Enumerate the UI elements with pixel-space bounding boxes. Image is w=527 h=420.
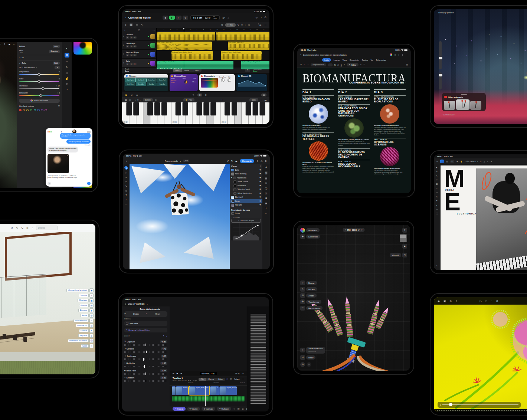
layer-row[interactable]: Edits	[230, 168, 262, 172]
inspect-button[interactable]: Inspect	[173, 407, 186, 411]
export-icon[interactable]	[256, 160, 258, 162]
modeling-button[interactable]: Modelado	[306, 228, 320, 232]
shadows-icon[interactable]	[89, 293, 94, 298]
orbit-icon[interactable]	[307, 362, 311, 367]
style-icon[interactable]	[491, 161, 492, 163]
back-icon[interactable]	[300, 53, 301, 56]
animation-frame[interactable]	[444, 101, 455, 110]
curves-section[interactable]: CURVAS	[233, 216, 240, 218]
shadows-value[interactable]: 15.31	[160, 376, 167, 379]
preset-cell[interactable]: Minimal Arp	[136, 82, 146, 86]
select-tool-icon[interactable]	[456, 160, 459, 163]
doc-title[interactable]: Conferencia sobre innovación en biomanuf…	[303, 54, 346, 56]
transform-icon[interactable]	[484, 161, 485, 163]
layers-icon[interactable]	[450, 300, 452, 302]
flipbook-panel[interactable]: Libro animado	[442, 93, 486, 111]
pencil-icon[interactable]	[193, 94, 194, 96]
color-wheel-icon[interactable]	[390, 53, 392, 56]
delete-icon[interactable]	[436, 265, 438, 267]
brush-tool-icon[interactable]	[125, 185, 127, 187]
redo-icon[interactable]	[231, 160, 233, 162]
wb-value[interactable]: Como se tomó	[23, 66, 35, 69]
search-button[interactable]: Buscar	[306, 281, 317, 285]
divide-icon[interactable]	[245, 24, 246, 26]
browse-button[interactable]: Examinar	[49, 50, 60, 53]
tags-icon[interactable]	[89, 308, 94, 312]
home-icon[interactable]	[345, 229, 346, 231]
disable-button[interactable]: Disable	[124, 311, 146, 317]
timeline-clip[interactable]: Skyline_Blue_Wide	[176, 386, 188, 395]
visibility-icon[interactable]	[259, 173, 261, 175]
decay-knob[interactable]	[221, 78, 225, 82]
settings-icon[interactable]	[496, 300, 498, 302]
tab-clip[interactable]: Clip	[199, 378, 206, 381]
plugin-power-icon[interactable]	[171, 75, 173, 77]
tools-button[interactable]: Herramientas	[306, 306, 323, 310]
search-icon[interactable]	[398, 54, 399, 56]
mobile-view-icon[interactable]	[395, 54, 396, 56]
connect-icon[interactable]	[242, 408, 243, 410]
style-value[interactable]: Clean	[192, 81, 196, 83]
layers-icon[interactable]	[265, 171, 268, 174]
heal-icon[interactable]	[66, 72, 68, 74]
bar-ruler[interactable]: 1234567891011121314151617	[157, 28, 269, 32]
tint-slider[interactable]	[19, 81, 59, 82]
scale-button[interactable]: Scale	[249, 98, 258, 101]
styles-icon[interactable]	[89, 314, 94, 318]
more-icon[interactable]	[450, 160, 454, 163]
more-icon[interactable]	[242, 378, 244, 380]
font-name-field[interactable]: Antipol Medium	[311, 63, 326, 66]
section-view-icon[interactable]	[300, 348, 305, 352]
more-icon[interactable]	[13, 43, 15, 45]
collapse-icon[interactable]	[361, 229, 363, 231]
cells-view-icon[interactable]	[130, 23, 133, 26]
gear-icon[interactable]	[264, 16, 266, 19]
automation-mode[interactable]: Read	[253, 70, 257, 72]
search-icon[interactable]	[300, 280, 305, 285]
octave-up-icon[interactable]	[140, 99, 141, 101]
appearance-icon[interactable]	[300, 228, 305, 233]
copy-icon[interactable]	[221, 24, 223, 26]
environment-icon[interactable]	[89, 319, 94, 323]
animation-frame[interactable]	[470, 101, 481, 110]
snap-value[interactable]: 1/4	[259, 25, 261, 26]
timeline-icon[interactable]	[491, 300, 492, 302]
layer-row-selected[interactable]: Curve	[230, 199, 262, 203]
back-icon[interactable]	[125, 303, 126, 305]
elements-icon[interactable]	[300, 234, 305, 239]
plugin-chromaverb[interactable]: ChromaVerb Decay Time Wet	[199, 74, 235, 91]
temperature-slider[interactable]	[19, 74, 59, 75]
model-info-icon[interactable]	[89, 339, 94, 343]
preset-cell[interactable]: Metallic Swell	[147, 78, 157, 82]
model-viewport[interactable]: Información de la entidad Sombras Materi…	[0, 232, 95, 374]
track-header-keys[interactable]: 3 Keyboard Player MSR	[122, 50, 156, 59]
touch-icon[interactable]	[65, 77, 69, 80]
bw-button[interactable]: B&N	[53, 62, 60, 65]
brush-icon[interactable]	[66, 66, 68, 69]
tab-inicio[interactable]: Inicio	[322, 58, 331, 62]
region[interactable]: Keyboard Player - Simple PadC Am F G Dm …	[157, 61, 233, 69]
plugin-chromaglow[interactable]: ChromaGlow ModelDriveStyle Modern Tube C…	[170, 74, 198, 91]
exposure-slider[interactable]	[124, 344, 167, 346]
preset-cell[interactable]: Bright Synth	[125, 78, 135, 82]
history-icon[interactable]	[402, 253, 407, 257]
playback-scrubber[interactable]	[438, 402, 521, 408]
wet-knob[interactable]	[228, 78, 231, 82]
snapping-icon[interactable]	[230, 378, 232, 380]
lock-icon[interactable]	[155, 99, 157, 101]
shadows-slider[interactable]	[124, 380, 167, 382]
layer-row[interactable]: Sky (right)	[230, 196, 262, 200]
visibility-icon[interactable]	[259, 200, 261, 202]
shadows-icon[interactable]	[124, 377, 125, 378]
info-icon[interactable]	[265, 187, 267, 190]
brightness-icon[interactable]	[124, 355, 126, 357]
plugin-power-icon[interactable]	[126, 75, 128, 77]
timeline-clip[interactable]: S...	[210, 386, 219, 395]
select-tool-icon[interactable]	[125, 172, 127, 174]
display-icon[interactable]	[89, 324, 94, 328]
soften-icon[interactable]	[89, 329, 94, 333]
volume-button[interactable]: Volume	[187, 407, 200, 411]
distance-field[interactable]: Distancia	[36, 226, 58, 230]
traffic-lights[interactable]	[48, 131, 52, 132]
list-icon[interactable]	[363, 64, 365, 66]
